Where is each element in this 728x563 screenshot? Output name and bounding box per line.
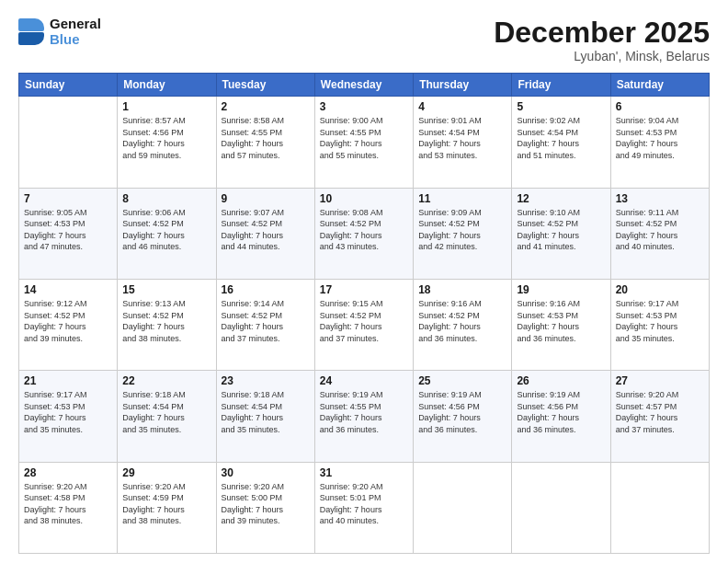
cell-day-number: 2 xyxy=(222,100,310,113)
cell-day-number: 13 xyxy=(616,192,704,205)
calendar-cell: 9Sunrise: 9:07 AMSunset: 4:52 PMDaylight… xyxy=(216,188,314,279)
calendar-header-row: SundayMondayTuesdayWednesdayThursdayFrid… xyxy=(19,74,710,97)
logo-general: General xyxy=(50,17,101,32)
day-header-friday: Friday xyxy=(512,74,610,97)
calendar-cell: 7Sunrise: 9:05 AMSunset: 4:53 PMDaylight… xyxy=(19,188,118,279)
cell-day-number: 20 xyxy=(616,283,704,296)
cell-info: Sunrise: 9:06 AMSunset: 4:52 PMDaylight:… xyxy=(122,207,210,253)
cell-day-number: 3 xyxy=(320,100,408,113)
cell-day-number: 18 xyxy=(418,283,506,296)
cell-info: Sunrise: 9:20 AMSunset: 5:00 PMDaylight:… xyxy=(222,481,310,527)
cell-info: Sunrise: 9:08 AMSunset: 4:52 PMDaylight:… xyxy=(320,207,408,253)
cell-day-number: 29 xyxy=(122,466,210,479)
week-row-2: 7Sunrise: 9:05 AMSunset: 4:53 PMDaylight… xyxy=(19,188,710,279)
cell-info: Sunrise: 9:02 AMSunset: 4:54 PMDaylight:… xyxy=(517,115,605,161)
cell-day-number: 10 xyxy=(320,192,408,205)
calendar-cell: 18Sunrise: 9:16 AMSunset: 4:52 PMDayligh… xyxy=(414,279,512,370)
cell-info: Sunrise: 9:19 AMSunset: 4:56 PMDaylight:… xyxy=(517,389,605,435)
calendar-cell: 11Sunrise: 9:09 AMSunset: 4:52 PMDayligh… xyxy=(414,188,512,279)
cell-info: Sunrise: 8:58 AMSunset: 4:55 PMDaylight:… xyxy=(222,115,310,161)
week-row-1: 1Sunrise: 8:57 AMSunset: 4:56 PMDaylight… xyxy=(19,97,710,188)
cell-info: Sunrise: 9:11 AMSunset: 4:52 PMDaylight:… xyxy=(616,207,704,253)
cell-day-number: 17 xyxy=(320,283,408,296)
week-row-3: 14Sunrise: 9:12 AMSunset: 4:52 PMDayligh… xyxy=(19,279,710,370)
cell-info: Sunrise: 9:18 AMSunset: 4:54 PMDaylight:… xyxy=(222,389,310,435)
calendar-cell: 14Sunrise: 9:12 AMSunset: 4:52 PMDayligh… xyxy=(19,279,118,370)
calendar-cell: 12Sunrise: 9:10 AMSunset: 4:52 PMDayligh… xyxy=(512,188,610,279)
calendar-cell: 8Sunrise: 9:06 AMSunset: 4:52 PMDaylight… xyxy=(118,188,216,279)
calendar-cell: 13Sunrise: 9:11 AMSunset: 4:52 PMDayligh… xyxy=(610,188,709,279)
calendar-cell: 16Sunrise: 9:14 AMSunset: 4:52 PMDayligh… xyxy=(216,279,314,370)
cell-day-number: 12 xyxy=(517,192,605,205)
cell-day-number: 26 xyxy=(517,374,605,387)
calendar-cell: 28Sunrise: 9:20 AMSunset: 4:58 PMDayligh… xyxy=(19,462,118,553)
cell-info: Sunrise: 9:12 AMSunset: 4:52 PMDaylight:… xyxy=(24,298,112,344)
calendar-cell: 10Sunrise: 9:08 AMSunset: 4:52 PMDayligh… xyxy=(314,188,413,279)
calendar-cell: 21Sunrise: 9:17 AMSunset: 4:53 PMDayligh… xyxy=(19,371,118,462)
cell-info: Sunrise: 9:20 AMSunset: 4:57 PMDaylight:… xyxy=(616,389,704,435)
cell-day-number: 28 xyxy=(24,466,112,479)
calendar-cell: 5Sunrise: 9:02 AMSunset: 4:54 PMDaylight… xyxy=(512,97,610,188)
logo-blue: Blue xyxy=(50,32,101,48)
cell-day-number: 19 xyxy=(517,283,605,296)
calendar-cell xyxy=(414,462,512,553)
calendar-cell xyxy=(512,462,610,553)
cell-info: Sunrise: 9:18 AMSunset: 4:54 PMDaylight:… xyxy=(122,389,210,435)
day-header-sunday: Sunday xyxy=(19,74,118,97)
cell-day-number: 31 xyxy=(320,466,408,479)
cell-info: Sunrise: 9:04 AMSunset: 4:53 PMDaylight:… xyxy=(616,115,704,161)
cell-info: Sunrise: 9:19 AMSunset: 4:55 PMDaylight:… xyxy=(320,389,408,435)
cell-day-number: 6 xyxy=(616,100,704,113)
cell-day-number: 9 xyxy=(222,192,310,205)
cell-info: Sunrise: 9:07 AMSunset: 4:52 PMDaylight:… xyxy=(222,207,310,253)
cell-info: Sunrise: 9:13 AMSunset: 4:52 PMDaylight:… xyxy=(122,298,210,344)
cell-info: Sunrise: 9:09 AMSunset: 4:52 PMDaylight:… xyxy=(418,207,506,253)
cell-info: Sunrise: 9:16 AMSunset: 4:52 PMDaylight:… xyxy=(418,298,506,344)
calendar-cell: 6Sunrise: 9:04 AMSunset: 4:53 PMDaylight… xyxy=(610,97,709,188)
calendar-cell: 15Sunrise: 9:13 AMSunset: 4:52 PMDayligh… xyxy=(118,279,216,370)
calendar-cell: 27Sunrise: 9:20 AMSunset: 4:57 PMDayligh… xyxy=(610,371,709,462)
calendar-cell: 22Sunrise: 9:18 AMSunset: 4:54 PMDayligh… xyxy=(118,371,216,462)
cell-day-number: 21 xyxy=(24,374,112,387)
cell-info: Sunrise: 9:01 AMSunset: 4:54 PMDaylight:… xyxy=(418,115,506,161)
calendar-cell: 3Sunrise: 9:00 AMSunset: 4:55 PMDaylight… xyxy=(314,97,413,188)
cell-day-number: 27 xyxy=(616,374,704,387)
week-row-5: 28Sunrise: 9:20 AMSunset: 4:58 PMDayligh… xyxy=(19,462,710,553)
calendar-cell xyxy=(19,97,118,188)
day-header-thursday: Thursday xyxy=(414,74,512,97)
cell-day-number: 11 xyxy=(418,192,506,205)
logo: General Blue xyxy=(18,17,101,47)
cell-day-number: 7 xyxy=(24,192,112,205)
calendar-cell: 19Sunrise: 9:16 AMSunset: 4:53 PMDayligh… xyxy=(512,279,610,370)
cell-day-number: 1 xyxy=(122,100,210,113)
cell-day-number: 25 xyxy=(418,374,506,387)
cell-info: Sunrise: 9:14 AMSunset: 4:52 PMDaylight:… xyxy=(222,298,310,344)
calendar-cell: 20Sunrise: 9:17 AMSunset: 4:53 PMDayligh… xyxy=(610,279,709,370)
week-row-4: 21Sunrise: 9:17 AMSunset: 4:53 PMDayligh… xyxy=(19,371,710,462)
cell-info: Sunrise: 9:20 AMSunset: 4:58 PMDaylight:… xyxy=(24,481,112,527)
header: General Blue December 2025 Lyuban', Mins… xyxy=(18,17,710,63)
cell-info: Sunrise: 9:20 AMSunset: 5:01 PMDaylight:… xyxy=(320,481,408,527)
title-block: December 2025 Lyuban', Minsk, Belarus xyxy=(494,17,710,63)
cell-day-number: 24 xyxy=(320,374,408,387)
calendar-cell: 29Sunrise: 9:20 AMSunset: 4:59 PMDayligh… xyxy=(118,462,216,553)
calendar-cell: 4Sunrise: 9:01 AMSunset: 4:54 PMDaylight… xyxy=(414,97,512,188)
cell-info: Sunrise: 9:20 AMSunset: 4:59 PMDaylight:… xyxy=(122,481,210,527)
cell-info: Sunrise: 9:15 AMSunset: 4:52 PMDaylight:… xyxy=(320,298,408,344)
calendar-cell: 17Sunrise: 9:15 AMSunset: 4:52 PMDayligh… xyxy=(314,279,413,370)
cell-day-number: 22 xyxy=(122,374,210,387)
cell-info: Sunrise: 9:10 AMSunset: 4:52 PMDaylight:… xyxy=(517,207,605,253)
month-title: December 2025 xyxy=(494,17,710,49)
calendar-cell: 23Sunrise: 9:18 AMSunset: 4:54 PMDayligh… xyxy=(216,371,314,462)
cell-info: Sunrise: 9:17 AMSunset: 4:53 PMDaylight:… xyxy=(616,298,704,344)
calendar-table: SundayMondayTuesdayWednesdayThursdayFrid… xyxy=(18,73,710,554)
calendar-cell: 30Sunrise: 9:20 AMSunset: 5:00 PMDayligh… xyxy=(216,462,314,553)
cell-day-number: 4 xyxy=(418,100,506,113)
day-header-wednesday: Wednesday xyxy=(314,74,413,97)
cell-day-number: 23 xyxy=(222,374,310,387)
day-header-saturday: Saturday xyxy=(610,74,709,97)
cell-day-number: 30 xyxy=(222,466,310,479)
cell-info: Sunrise: 9:19 AMSunset: 4:56 PMDaylight:… xyxy=(418,389,506,435)
calendar-cell: 2Sunrise: 8:58 AMSunset: 4:55 PMDaylight… xyxy=(216,97,314,188)
day-header-tuesday: Tuesday xyxy=(216,74,314,97)
